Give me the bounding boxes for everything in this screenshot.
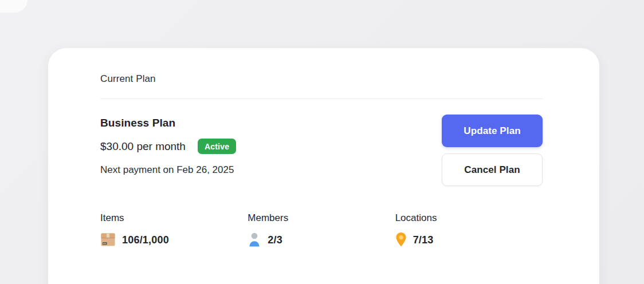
divider: [100, 98, 543, 99]
card-title: Current Plan: [100, 73, 543, 85]
stat-locations-value: 7/13: [413, 233, 434, 247]
stat-locations: Locations 7/13: [395, 212, 543, 247]
stat-items: Items 106/1,000: [100, 212, 248, 247]
stat-members-value: 2/3: [268, 233, 282, 247]
plan-actions: Update Plan Cancel Plan: [442, 115, 543, 186]
update-plan-button[interactable]: Update Plan: [442, 115, 543, 147]
current-plan-card: Current Plan Business Plan $30.00 per mo…: [48, 48, 599, 284]
stat-members: Members 2/3: [248, 212, 395, 247]
stat-items-label: Items: [100, 212, 248, 224]
location-pin-icon: [395, 232, 407, 247]
page-background: { "page": { "background_color": "#eeeef0…: [0, 0, 644, 284]
stat-members-label: Members: [248, 212, 395, 224]
plan-price: $30.00 per month: [100, 139, 186, 154]
price-line: $30.00 per month Active: [100, 139, 236, 154]
plan-summary-row: Business Plan $30.00 per month Active Ne…: [100, 115, 543, 186]
cancel-plan-button[interactable]: Cancel Plan: [442, 153, 543, 186]
usage-stats-row: Items 106/1,000 M: [100, 212, 543, 247]
stat-locations-label: Locations: [395, 212, 543, 224]
person-icon: [248, 232, 261, 247]
package-icon: [100, 232, 116, 247]
status-badge: Active: [198, 139, 236, 154]
adjacent-panel-corner: [0, 0, 28, 13]
stat-items-value: 106/1,000: [122, 233, 169, 247]
plan-info: Business Plan $30.00 per month Active Ne…: [100, 115, 236, 176]
next-payment-text: Next payment on Feb 26, 2025: [100, 164, 236, 176]
plan-name: Business Plan: [100, 116, 236, 129]
